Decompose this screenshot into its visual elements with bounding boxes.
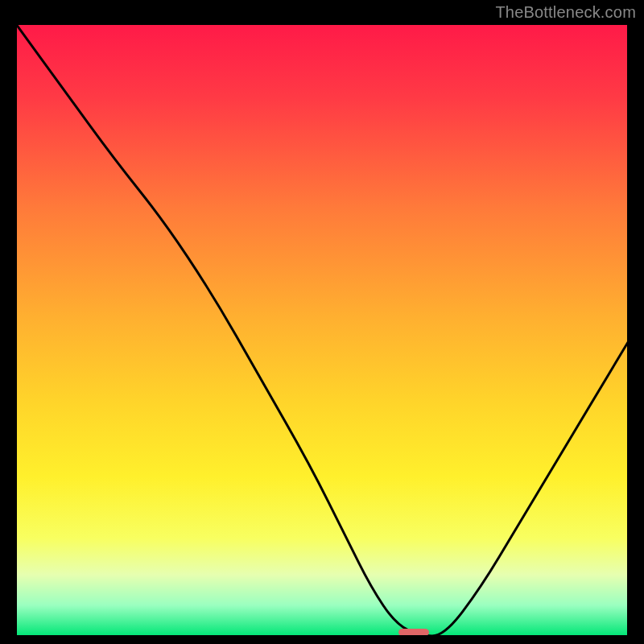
- watermark-text: TheBottleneck.com: [495, 3, 636, 22]
- chart-outer-frame: TheBottleneck.com: [0, 0, 644, 644]
- bottleneck-chart: [16, 24, 628, 636]
- optimal-marker: [398, 629, 429, 636]
- plot-background: [16, 24, 628, 636]
